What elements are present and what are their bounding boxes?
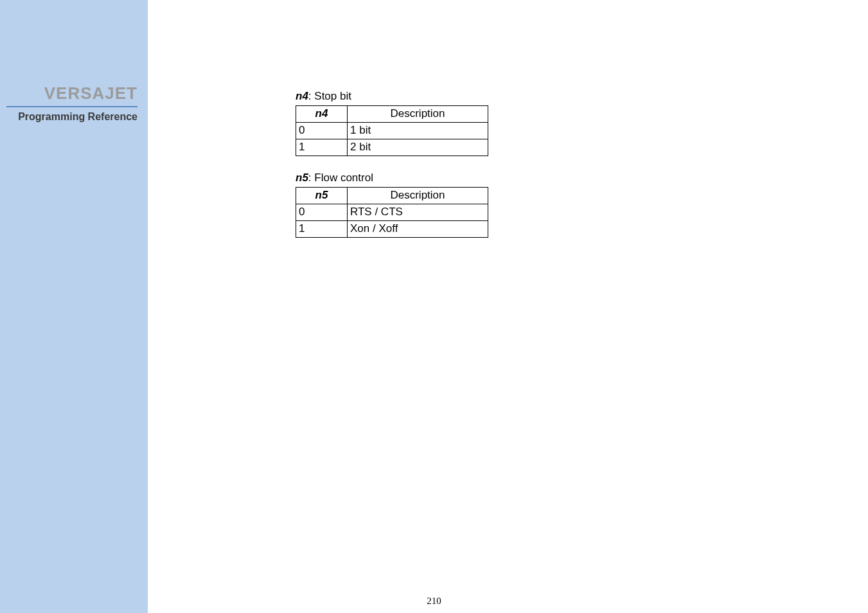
n4-label-rest: : Stop bit <box>308 90 351 102</box>
sidebar: VERSAJET Programming Reference <box>0 0 148 613</box>
table-row: 1 Xon / Xoff <box>296 221 488 238</box>
n4-table: n4 Description 0 1 bit 1 2 bit <box>296 105 488 156</box>
n5-row0-desc: RTS / CTS <box>348 204 488 221</box>
document-page: VERSAJET Programming Reference n4: Stop … <box>0 0 868 613</box>
n5-row1-desc: Xon / Xoff <box>348 221 488 238</box>
n5-section-label: n5: Flow control <box>296 172 868 184</box>
n4-header-desc: Description <box>348 106 488 123</box>
divider <box>6 106 137 107</box>
n4-section-label: n4: Stop bit <box>296 90 868 103</box>
page-number: 210 <box>427 596 441 607</box>
sidebar-subtitle: Programming Reference <box>6 111 137 123</box>
n5-label-rest: : Flow control <box>308 172 373 184</box>
table-header-row: n4 Description <box>296 106 488 123</box>
main-content: n4: Stop bit n4 Description 0 1 bit 1 2 … <box>148 0 868 613</box>
table-row: 0 RTS / CTS <box>296 204 488 221</box>
table-row: 0 1 bit <box>296 123 488 139</box>
n5-table: n5 Description 0 RTS / CTS 1 Xon / Xoff <box>296 187 488 238</box>
n5-row1-val: 1 <box>296 221 348 238</box>
n5-header-desc: Description <box>348 188 488 204</box>
table-header-row: n5 Description <box>296 188 488 204</box>
n4-row0-val: 0 <box>296 123 348 139</box>
brand-title: VERSAJET <box>6 84 137 103</box>
n5-header-param: n5 <box>296 188 348 204</box>
table-row: 1 2 bit <box>296 139 488 156</box>
n5-param-name: n5 <box>296 172 308 184</box>
n4-param-name: n4 <box>296 90 308 102</box>
n4-row0-desc: 1 bit <box>348 123 488 139</box>
n5-row0-val: 0 <box>296 204 348 221</box>
n4-row1-val: 1 <box>296 139 348 156</box>
n4-header-param: n4 <box>296 106 348 123</box>
n4-row1-desc: 2 bit <box>348 139 488 156</box>
